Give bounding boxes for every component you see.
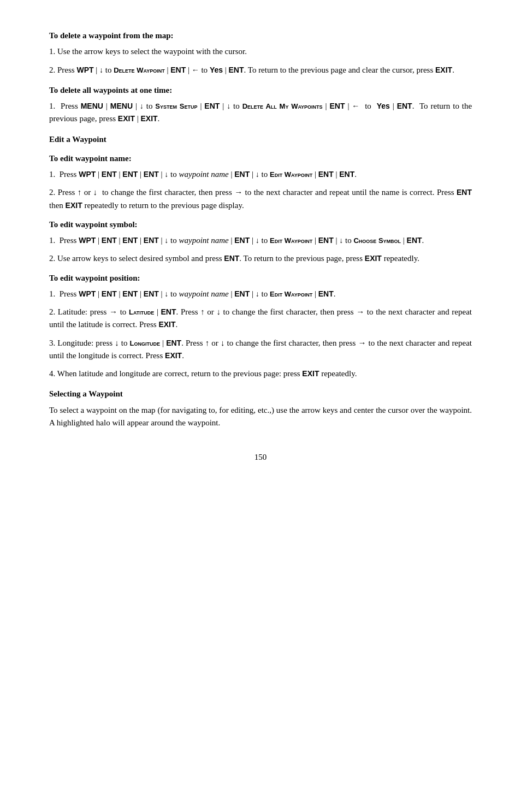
para-delete-wpt-2: 2. Press WPT | ↓ to Delete Waypoint | EN… (49, 64, 472, 76)
key-wpt-4: WPT (79, 289, 96, 298)
para-edit-pos-1: 1. Press WPT | ENT | ENT | ENT | ↓ to wa… (49, 288, 472, 300)
key-ent-12: ENT (457, 188, 472, 197)
label-waypoint-name-1: waypoint name (179, 170, 229, 179)
key-menu-1: MENU (81, 102, 103, 110)
subheading-edit-symbol: To edit waypoint symbol: (49, 218, 472, 231)
label-edit-waypoint-2: Edit Way­point (270, 236, 312, 245)
subheading-edit-name: To edit waypoint name: (49, 152, 472, 165)
label-system-setup: System Setup (155, 102, 197, 110)
label-longitude: Longitude (130, 339, 160, 347)
key-ent-4: ENT (329, 102, 345, 110)
key-down-10: ↓ (256, 289, 259, 298)
key-ent-1: ENT (170, 66, 186, 74)
label-delete-all-waypoints: Delete All My Way­points (242, 102, 323, 110)
key-down-8: ↓ (339, 236, 343, 245)
key-down-1: ↓ (99, 66, 103, 74)
key-ent-3: ENT (204, 102, 220, 110)
para-edit-name-2: 2. Press ↑ or ↓ to change the first char… (49, 186, 472, 212)
heading-delete-all: To delete all waypoints at one time: (49, 84, 472, 97)
key-ent-11: ENT (339, 170, 354, 179)
key-ent-2: ENT (229, 66, 244, 74)
label-latitude: Latitude (129, 308, 154, 316)
key-yes-1: Yes (210, 66, 223, 74)
key-exit-2: EXIT (118, 114, 135, 123)
page-number: 150 (49, 451, 472, 464)
para-edit-symbol-2: 2. Use arrow keys to select desired symb… (49, 252, 472, 265)
para-edit-pos-2: 2. Latitude: press → to Latitude | ENT. … (49, 306, 472, 331)
key-ent-13: ENT (102, 236, 117, 245)
para-edit-pos-3: 3. Longitude: press ↓ to Longitude | ENT… (49, 337, 472, 363)
para-edit-name-1: 1. Press WPT | ENT | ENT | ENT | ↓ to wa… (49, 168, 472, 181)
key-down-6: ↓ (164, 236, 168, 245)
key-down-9: ↓ (164, 289, 168, 298)
label-edit-waypoint-3: Edit Way­point (270, 290, 312, 298)
label-edit-waypoint-1: Edit Way­point (270, 170, 312, 179)
key-left-1: ← (192, 66, 199, 74)
key-ent-17: ENT (318, 236, 334, 245)
key-ent-10: ENT (318, 170, 334, 179)
label-choose-symbol: Choose Symbol (353, 236, 401, 245)
subheading-edit-position: To edit waypoint position: (49, 272, 472, 285)
key-exit-8: EXIT (302, 369, 319, 378)
para-edit-pos-4: 4. When latitude and longitude are corre… (49, 368, 472, 380)
para-delete-all-1: 1. Press MENU | MENU | ↓ to System Setup… (49, 100, 472, 126)
key-left-2: ← (352, 102, 359, 110)
key-ent-15: ENT (144, 236, 159, 245)
para-edit-symbol-1: 1. Press WPT | ENT | ENT | ENT | ↓ to wa… (49, 234, 472, 247)
key-wpt: WPT (76, 66, 93, 74)
label-delete-waypoint: Delete Waypoint (114, 66, 164, 74)
key-ent-8: ENT (144, 170, 159, 179)
key-exit-7: EXIT (165, 351, 182, 360)
key-exit-1: EXIT (435, 66, 452, 74)
key-ent-19: ENT (224, 254, 239, 263)
key-ent-7: ENT (122, 170, 138, 179)
page-content: To delete a waypoint from the map: 1. Us… (49, 29, 472, 464)
key-ent-24: ENT (318, 289, 334, 298)
key-ent-23: ENT (234, 289, 250, 298)
key-down-2: ↓ (140, 102, 144, 110)
key-wpt-2: WPT (79, 170, 96, 179)
label-waypoint-name-2: waypoint name (179, 236, 229, 245)
heading-selecting-waypoint: Selecting a Waypoint (49, 388, 472, 400)
key-wpt-3: WPT (79, 236, 96, 245)
key-exit-3: EXIT (140, 114, 157, 123)
heading-edit-waypoint: Edit a Waypoint (49, 133, 472, 146)
key-ent-21: ENT (122, 289, 138, 298)
key-ent-5: ENT (397, 102, 412, 110)
heading-delete-waypoint: To delete a waypoint from the map: (49, 29, 472, 42)
key-ent-25: ENT (161, 307, 176, 316)
key-ent-18: ENT (407, 236, 422, 245)
key-down-4: ↓ (164, 170, 168, 179)
key-ent-26: ENT (166, 339, 181, 347)
key-ent-6: ENT (102, 170, 117, 179)
key-down-7: ↓ (256, 236, 259, 245)
key-ent-20: ENT (102, 289, 117, 298)
key-down-3: ↓ (227, 102, 230, 110)
label-waypoint-name-3: waypoint name (179, 289, 229, 298)
key-exit-6: EXIT (158, 320, 175, 329)
key-ent-16: ENT (234, 236, 250, 245)
key-yes-2: Yes (377, 102, 390, 110)
para-delete-wpt-1: 1. Use the arrow keys to select the wayp… (49, 45, 472, 58)
key-ent-9: ENT (234, 170, 250, 179)
key-exit-4: EXIT (66, 201, 82, 210)
key-ent-22: ENT (144, 289, 159, 298)
key-down-5: ↓ (256, 170, 259, 179)
para-selecting-waypoint: To select a waypoint on the map (for nav… (49, 404, 472, 430)
key-exit-5: EXIT (365, 254, 382, 263)
key-menu-2: MENU (110, 102, 133, 110)
key-ent-14: ENT (122, 236, 138, 245)
